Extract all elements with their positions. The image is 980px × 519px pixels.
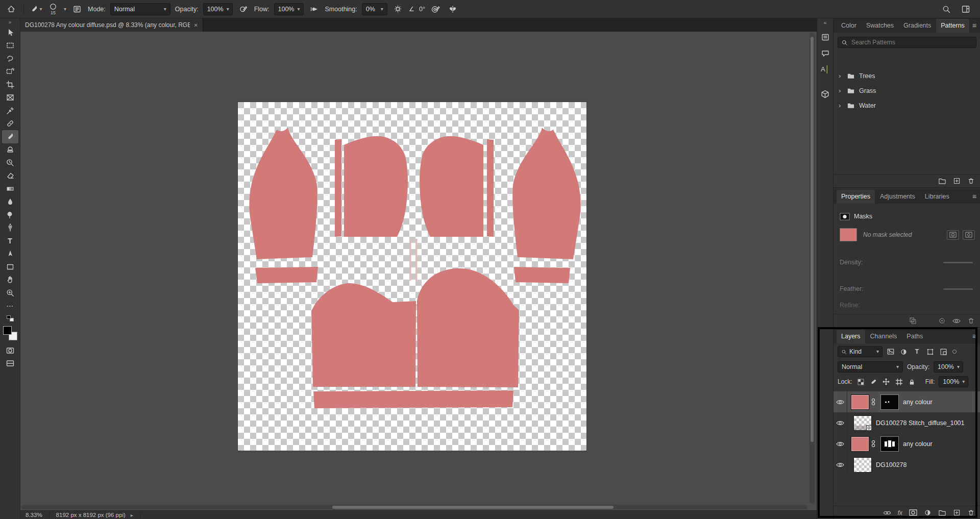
tab-libraries[interactable]: Libraries [920, 190, 954, 204]
filter-adjustment-layers-button[interactable] [898, 347, 909, 357]
panel-menu-icon[interactable]: ≡ [972, 332, 976, 340]
layer-mask-thumbnail[interactable] [880, 436, 899, 452]
layer-thumbnail[interactable] [853, 457, 872, 473]
flow-dropdown[interactable]: 100% ▾ [274, 3, 304, 15]
feather-slider[interactable] [943, 288, 973, 290]
brush-angle-value[interactable]: 0° [419, 6, 425, 13]
document-tab[interactable]: DG100278 Any colour diffuse.psd @ 8.33% … [20, 18, 203, 32]
pen-tool[interactable] [2, 221, 18, 235]
pattern-group-grass[interactable]: › Grass [834, 83, 980, 98]
status-options-icon[interactable]: ▸ [131, 512, 133, 518]
layer-thumbnail[interactable] [853, 415, 872, 431]
layer-visibility-toggle[interactable] [834, 433, 847, 454]
chevron-right-icon[interactable]: › [839, 87, 843, 94]
layer-name[interactable]: any colour [903, 440, 933, 448]
delete-mask-button[interactable] [967, 317, 975, 325]
layer-effects-button[interactable]: fx [898, 509, 902, 516]
delete-layer-button[interactable] [967, 509, 975, 516]
horizontal-scrollbar-thumb[interactable] [332, 506, 614, 509]
home-button[interactable] [5, 3, 17, 16]
lock-image-button[interactable] [869, 378, 878, 386]
filter-shape-layers-button[interactable] [925, 347, 936, 357]
spot-healing-brush-tool[interactable] [2, 117, 18, 131]
default-colors-icon[interactable] [7, 315, 14, 322]
quick-mask-button[interactable] [2, 344, 18, 357]
edit-toolbar-button[interactable]: ⋯ [2, 300, 18, 313]
comments-panel-button[interactable] [821, 49, 830, 58]
history-panel-button[interactable] [821, 33, 830, 42]
history-brush-tool[interactable] [2, 156, 18, 169]
layer-row-dg100278[interactable]: DG100278 [834, 454, 980, 475]
layer-visibility-toggle[interactable] [834, 454, 847, 475]
pressure-size-button[interactable] [430, 3, 442, 16]
new-layer-button[interactable] [953, 509, 961, 516]
delete-pattern-button[interactable] [967, 177, 975, 185]
brush-tool[interactable] [2, 130, 18, 143]
mask-link-icon[interactable] [869, 398, 877, 406]
clone-stamp-tool[interactable] [2, 143, 18, 157]
vertical-scrollbar-thumb[interactable] [811, 37, 814, 442]
tab-gradients[interactable]: Gradients [899, 19, 936, 33]
lasso-tool[interactable] [2, 52, 18, 65]
link-layers-button[interactable] [883, 510, 891, 516]
smoothing-dropdown[interactable]: 0% ▾ [362, 3, 387, 15]
rectangle-tool[interactable] [2, 260, 18, 274]
type-tool[interactable]: T [2, 234, 18, 248]
layer-name[interactable]: DG100278 Stitch_diffuse_1001 [876, 419, 965, 427]
pattern-group-trees[interactable]: › Trees [834, 68, 980, 83]
layer-visibility-toggle[interactable] [834, 412, 847, 433]
clip-mask-button[interactable] [909, 317, 917, 325]
lock-position-button[interactable] [882, 378, 891, 386]
layer-row-any-colour-bottom[interactable]: any colour [834, 433, 980, 454]
rectangular-marquee-tool[interactable] [2, 39, 18, 53]
density-slider[interactable] [943, 262, 973, 263]
new-pattern-button[interactable] [953, 177, 961, 185]
zoom-level[interactable]: 8.33% [26, 512, 42, 518]
move-tool[interactable] [2, 26, 18, 39]
tab-paths[interactable]: Paths [902, 330, 927, 343]
gradient-tool[interactable] [2, 182, 18, 195]
new-pattern-group-button[interactable] [938, 178, 946, 185]
object-selection-tool[interactable] [2, 65, 18, 79]
layer-opacity-dropdown[interactable]: 100% ▾ [934, 361, 963, 373]
tab-layers[interactable]: Layers [837, 330, 865, 343]
layer-blend-mode-dropdown[interactable]: Normal ▾ [838, 361, 903, 373]
add-pixel-mask-button[interactable] [947, 230, 959, 240]
layer-row-stitch-diffuse[interactable]: DG100278 Stitch_diffuse_1001 [834, 412, 980, 433]
smoothing-options-button[interactable] [392, 3, 404, 16]
eyedropper-tool[interactable] [2, 104, 18, 117]
pattern-group-water[interactable]: › Water [834, 98, 980, 113]
layer-thumbnail[interactable] [851, 436, 869, 452]
filter-toggle-switch[interactable] [952, 350, 957, 354]
chevron-right-icon[interactable]: › [839, 72, 843, 80]
foreground-background-colors[interactable] [3, 326, 18, 341]
horizontal-scrollbar[interactable] [21, 505, 807, 509]
filter-type-layers-button[interactable]: T [912, 347, 922, 357]
eraser-tool[interactable] [2, 169, 18, 183]
crop-tool[interactable] [2, 78, 18, 91]
panel-menu-icon[interactable]: ≡ [972, 192, 976, 201]
toolbar-collapse-icon[interactable]: » [9, 19, 12, 26]
layer-mask-thumbnail[interactable] [880, 394, 899, 410]
zoom-tool[interactable] [2, 286, 18, 300]
airbrush-button[interactable] [308, 3, 321, 16]
layer-thumbnail[interactable] [851, 394, 869, 410]
vertical-scrollbar[interactable] [810, 33, 815, 504]
layer-name[interactable]: any colour [903, 399, 933, 406]
caret-down-icon[interactable]: ▾ [64, 7, 66, 12]
add-vector-mask-button[interactable] [963, 230, 975, 240]
workspace-switcher-button[interactable] [960, 3, 972, 16]
pattern-search-input[interactable] [838, 39, 976, 46]
mask-link-icon[interactable] [869, 440, 877, 448]
tab-swatches[interactable]: Swatches [862, 19, 898, 33]
tab-properties[interactable]: Properties [837, 190, 875, 204]
canvas-document[interactable] [238, 102, 586, 451]
brush-size-picker[interactable]: 15 [47, 3, 59, 16]
frame-tool[interactable] [2, 91, 18, 105]
pressure-opacity-button[interactable] [237, 3, 250, 16]
blur-tool[interactable] [2, 195, 18, 209]
lock-artboard-button[interactable] [895, 378, 903, 386]
symmetry-button[interactable] [447, 3, 459, 16]
tab-adjustments[interactable]: Adjustments [875, 190, 920, 204]
filter-kind-dropdown[interactable]: Kind ▾ [838, 346, 883, 357]
